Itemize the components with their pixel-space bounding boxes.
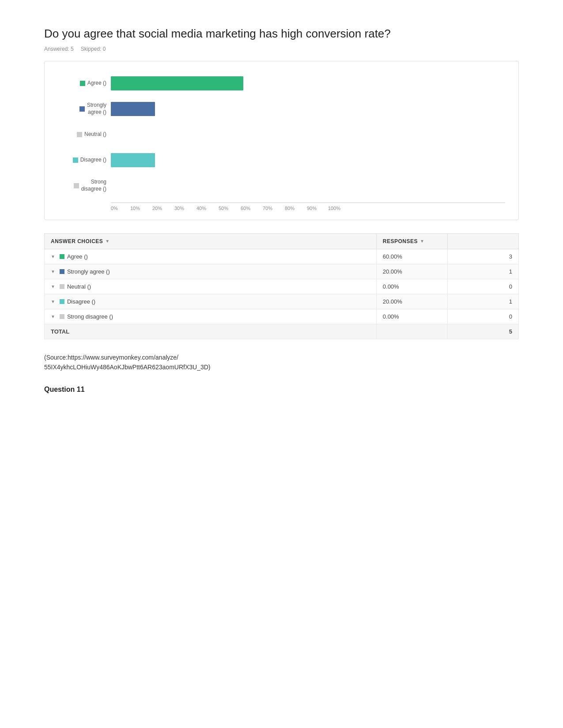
bar-row: Disagree () <box>58 151 505 169</box>
x-tick-10: 100% <box>323 206 340 211</box>
x-tick-5: 50% <box>212 206 234 211</box>
source-line2: 55IX4ykhcLOHiuWy486AoKJbwPtt6AR623aomURf… <box>44 362 519 372</box>
bar-fill-1 <box>111 102 155 116</box>
total-label: TOTAL <box>45 324 377 339</box>
table-percent-4: 0.00% <box>376 309 447 324</box>
bar-legend-icon <box>74 183 79 188</box>
skipped-count: Skipped: 0 <box>81 46 106 52</box>
chart-area: Agree ()Stronglyagree ()Neutral ()Disagr… <box>58 75 505 203</box>
row-expand-icon[interactable]: ▼ <box>51 284 55 289</box>
x-tick-8: 80% <box>279 206 301 211</box>
response-table: ANSWER CHOICES ▼ RESPONSES ▼ ▼Agree ()60… <box>44 233 519 339</box>
table-count-3: 1 <box>447 294 518 309</box>
table-percent-2: 0.00% <box>376 279 447 294</box>
x-tick-9: 90% <box>301 206 323 211</box>
bar-wrapper-4 <box>111 178 505 194</box>
bar-row: Agree () <box>58 75 505 92</box>
row-color-icon <box>60 284 64 289</box>
table-row: ▼Disagree ()20.00%1 <box>45 294 519 309</box>
bar-wrapper-1 <box>111 101 505 117</box>
table-answer-1: ▼Strongly agree () <box>45 264 377 279</box>
x-axis: 0%10%20%30%40%50%60%70%80%90%100% <box>111 203 505 211</box>
table-answer-4: ▼Strong disagree () <box>45 309 377 324</box>
row-color-icon <box>60 314 64 319</box>
table-row: ▼Agree ()60.00%3 <box>45 249 519 264</box>
table-count-4: 0 <box>447 309 518 324</box>
bar-label-3: Disagree () <box>58 157 111 164</box>
table-answer-3: ▼Disagree () <box>45 294 377 309</box>
survey-meta: Answered: 5 Skipped: 0 <box>44 46 519 52</box>
table-percent-1: 20.00% <box>376 264 447 279</box>
bar-legend-icon <box>80 81 85 86</box>
table-answer-2: ▼Neutral () <box>45 279 377 294</box>
bar-fill-3 <box>111 153 155 167</box>
bar-legend-icon <box>77 132 82 137</box>
row-color-icon <box>60 269 64 274</box>
bar-fill-0 <box>111 76 243 90</box>
bar-wrapper-2 <box>111 127 505 143</box>
table-count-1: 1 <box>447 264 518 279</box>
table-count-0: 3 <box>447 249 518 264</box>
row-color-icon <box>60 254 64 259</box>
table-row: ▼Strong disagree ()0.00%0 <box>45 309 519 324</box>
x-tick-6: 60% <box>234 206 257 211</box>
bar-label-0: Agree () <box>58 80 111 87</box>
source-block: (Source:https://www.surveymonkey.com/ana… <box>44 353 519 372</box>
x-tick-4: 40% <box>190 206 212 211</box>
x-tick-0: 0% <box>111 206 124 211</box>
source-line1: (Source:https://www.surveymonkey.com/ana… <box>44 353 519 362</box>
bar-label-4: Strongdisagree () <box>58 179 111 192</box>
bar-wrapper-0 <box>111 75 505 91</box>
answered-count: Answered: 5 <box>44 46 74 52</box>
table-total-row: TOTAL5 <box>45 324 519 339</box>
answer-choices-sort-icon[interactable]: ▼ <box>105 239 110 244</box>
table-percent-0: 60.00% <box>376 249 447 264</box>
total-count: 5 <box>447 324 518 339</box>
x-tick-7: 70% <box>257 206 279 211</box>
table-answer-0: ▼Agree () <box>45 249 377 264</box>
bar-wrapper-3 <box>111 152 505 168</box>
bar-legend-icon <box>79 106 85 112</box>
x-tick-1: 10% <box>124 206 146 211</box>
row-color-icon <box>60 299 64 304</box>
th-answer-choices: ANSWER CHOICES ▼ <box>45 233 377 249</box>
total-empty <box>376 324 447 339</box>
bar-row: Strongdisagree () <box>58 177 505 195</box>
bar-row: Neutral () <box>58 126 505 143</box>
th-count <box>447 233 518 249</box>
x-tick-2: 20% <box>146 206 168 211</box>
chart-container: Agree ()Stronglyagree ()Neutral ()Disagr… <box>44 61 519 220</box>
question-11-label: Question 11 <box>44 386 519 394</box>
bar-label-2: Neutral () <box>58 131 111 138</box>
row-expand-icon[interactable]: ▼ <box>51 314 55 319</box>
table-percent-3: 20.00% <box>376 294 447 309</box>
bar-legend-icon <box>73 158 78 163</box>
row-expand-icon[interactable]: ▼ <box>51 269 55 274</box>
responses-sort-icon[interactable]: ▼ <box>420 239 424 244</box>
bar-row: Stronglyagree () <box>58 100 505 118</box>
table-row: ▼Strongly agree ()20.00%1 <box>45 264 519 279</box>
row-expand-icon[interactable]: ▼ <box>51 254 55 259</box>
row-expand-icon[interactable]: ▼ <box>51 299 55 304</box>
bar-label-1: Stronglyagree () <box>58 102 111 116</box>
table-row: ▼Neutral ()0.00%0 <box>45 279 519 294</box>
x-tick-3: 30% <box>168 206 190 211</box>
th-responses: RESPONSES ▼ <box>376 233 447 249</box>
table-count-2: 0 <box>447 279 518 294</box>
question-title: Do you agree that social media marketing… <box>44 26 519 41</box>
